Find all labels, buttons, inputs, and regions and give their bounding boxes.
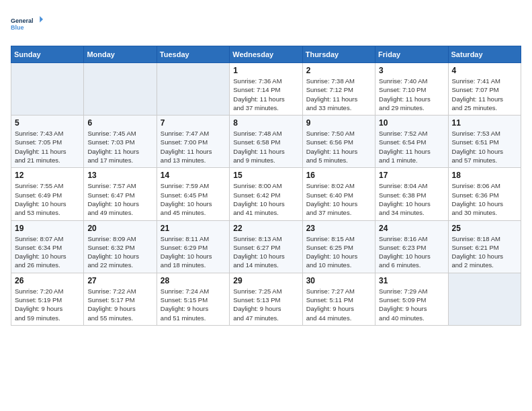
day-info: Sunrise: 7:57 AM Sunset: 6:47 PM Dayligh… bbox=[87, 181, 152, 217]
logo: General Blue bbox=[11, 11, 43, 38]
day-number: 8 bbox=[233, 118, 298, 128]
day-number: 2 bbox=[306, 66, 371, 75]
calendar-cell: 27Sunrise: 7:22 AM Sunset: 5:17 PM Dayli… bbox=[84, 273, 157, 325]
day-number: 19 bbox=[15, 224, 80, 233]
day-info: Sunrise: 7:22 AM Sunset: 5:17 PM Dayligh… bbox=[87, 287, 152, 322]
day-number: 11 bbox=[452, 118, 517, 128]
day-info: Sunrise: 8:06 AM Sunset: 6:36 PM Dayligh… bbox=[452, 181, 517, 217]
day-number: 27 bbox=[87, 276, 152, 285]
calendar-cell: 26Sunrise: 7:20 AM Sunset: 5:19 PM Dayli… bbox=[11, 273, 84, 325]
calendar-cell bbox=[448, 273, 521, 325]
calendar-cell: 22Sunrise: 8:13 AM Sunset: 6:27 PM Dayli… bbox=[230, 220, 302, 273]
calendar-cell: 25Sunrise: 8:18 AM Sunset: 6:21 PM Dayli… bbox=[448, 220, 521, 273]
calendar-cell: 1Sunrise: 7:36 AM Sunset: 7:14 PM Daylig… bbox=[230, 63, 302, 116]
day-number: 20 bbox=[87, 224, 152, 233]
calendar-cell: 24Sunrise: 8:16 AM Sunset: 6:23 PM Dayli… bbox=[375, 220, 448, 273]
day-info: Sunrise: 7:29 AM Sunset: 5:09 PM Dayligh… bbox=[379, 287, 444, 322]
calendar-cell: 5Sunrise: 7:43 AM Sunset: 7:05 PM Daylig… bbox=[11, 116, 84, 168]
day-number: 3 bbox=[379, 66, 444, 75]
day-info: Sunrise: 7:43 AM Sunset: 7:05 PM Dayligh… bbox=[15, 129, 80, 165]
day-number: 9 bbox=[306, 118, 371, 128]
calendar-cell bbox=[157, 63, 229, 116]
calendar-cell: 4Sunrise: 7:41 AM Sunset: 7:07 PM Daylig… bbox=[448, 63, 521, 116]
day-number: 6 bbox=[87, 118, 152, 128]
calendar-cell: 23Sunrise: 8:15 AM Sunset: 6:25 PM Dayli… bbox=[302, 220, 375, 273]
calendar-cell: 6Sunrise: 7:45 AM Sunset: 7:03 PM Daylig… bbox=[84, 116, 157, 168]
day-info: Sunrise: 7:20 AM Sunset: 5:19 PM Dayligh… bbox=[15, 287, 80, 322]
day-number: 14 bbox=[161, 171, 226, 180]
day-number: 22 bbox=[233, 224, 298, 233]
calendar-cell: 12Sunrise: 7:55 AM Sunset: 6:49 PM Dayli… bbox=[11, 168, 84, 220]
day-info: Sunrise: 8:00 AM Sunset: 6:42 PM Dayligh… bbox=[233, 181, 298, 217]
day-number: 18 bbox=[452, 171, 517, 180]
calendar-cell: 15Sunrise: 8:00 AM Sunset: 6:42 PM Dayli… bbox=[230, 168, 302, 220]
svg-marker-1 bbox=[40, 16, 43, 23]
day-info: Sunrise: 7:55 AM Sunset: 6:49 PM Dayligh… bbox=[15, 181, 80, 217]
weekday-header-tuesday: Tuesday bbox=[157, 46, 229, 63]
calendar-cell: 10Sunrise: 7:52 AM Sunset: 6:54 PM Dayli… bbox=[375, 116, 448, 168]
calendar-cell: 20Sunrise: 8:09 AM Sunset: 6:32 PM Dayli… bbox=[84, 220, 157, 273]
calendar-cell: 11Sunrise: 7:53 AM Sunset: 6:51 PM Dayli… bbox=[448, 116, 521, 168]
day-number: 1 bbox=[233, 66, 298, 75]
weekday-header-sunday: Sunday bbox=[11, 46, 84, 63]
day-number: 4 bbox=[452, 66, 517, 75]
calendar-cell: 21Sunrise: 8:11 AM Sunset: 6:29 PM Dayli… bbox=[157, 220, 229, 273]
day-info: Sunrise: 7:59 AM Sunset: 6:45 PM Dayligh… bbox=[161, 181, 226, 217]
day-number: 28 bbox=[161, 276, 226, 285]
day-number: 21 bbox=[161, 224, 226, 233]
day-info: Sunrise: 7:47 AM Sunset: 7:00 PM Dayligh… bbox=[161, 129, 226, 165]
calendar-cell: 18Sunrise: 8:06 AM Sunset: 6:36 PM Dayli… bbox=[448, 168, 521, 220]
day-info: Sunrise: 8:18 AM Sunset: 6:21 PM Dayligh… bbox=[452, 234, 517, 270]
day-info: Sunrise: 7:36 AM Sunset: 7:14 PM Dayligh… bbox=[233, 77, 298, 112]
calendar-cell bbox=[84, 63, 157, 116]
day-number: 5 bbox=[15, 118, 80, 128]
weekday-header-wednesday: Wednesday bbox=[230, 46, 302, 63]
day-info: Sunrise: 8:07 AM Sunset: 6:34 PM Dayligh… bbox=[15, 234, 80, 270]
day-info: Sunrise: 7:40 AM Sunset: 7:10 PM Dayligh… bbox=[379, 77, 444, 112]
day-info: Sunrise: 8:11 AM Sunset: 6:29 PM Dayligh… bbox=[161, 234, 226, 270]
calendar-cell: 28Sunrise: 7:24 AM Sunset: 5:15 PM Dayli… bbox=[157, 273, 229, 325]
weekday-header-thursday: Thursday bbox=[302, 46, 375, 63]
calendar-cell: 31Sunrise: 7:29 AM Sunset: 5:09 PM Dayli… bbox=[375, 273, 448, 325]
page-header: General Blue bbox=[11, 11, 521, 38]
day-number: 23 bbox=[306, 224, 371, 233]
day-info: Sunrise: 7:24 AM Sunset: 5:15 PM Dayligh… bbox=[161, 287, 226, 322]
day-info: Sunrise: 7:38 AM Sunset: 7:12 PM Dayligh… bbox=[306, 77, 371, 112]
day-number: 29 bbox=[233, 276, 298, 285]
day-number: 30 bbox=[306, 276, 371, 285]
calendar-cell: 13Sunrise: 7:57 AM Sunset: 6:47 PM Dayli… bbox=[84, 168, 157, 220]
calendar-cell bbox=[11, 63, 84, 116]
day-number: 25 bbox=[452, 224, 517, 233]
day-info: Sunrise: 8:02 AM Sunset: 6:40 PM Dayligh… bbox=[306, 181, 371, 217]
svg-text:General: General bbox=[11, 17, 34, 24]
day-info: Sunrise: 7:45 AM Sunset: 7:03 PM Dayligh… bbox=[87, 129, 152, 165]
svg-text:Blue: Blue bbox=[11, 24, 24, 31]
calendar-cell: 14Sunrise: 7:59 AM Sunset: 6:45 PM Dayli… bbox=[157, 168, 229, 220]
day-number: 10 bbox=[379, 118, 444, 128]
day-info: Sunrise: 8:16 AM Sunset: 6:23 PM Dayligh… bbox=[379, 234, 444, 270]
calendar-cell: 30Sunrise: 7:27 AM Sunset: 5:11 PM Dayli… bbox=[302, 273, 375, 325]
day-info: Sunrise: 7:25 AM Sunset: 5:13 PM Dayligh… bbox=[233, 287, 298, 322]
day-info: Sunrise: 7:50 AM Sunset: 6:56 PM Dayligh… bbox=[306, 129, 371, 165]
day-info: Sunrise: 7:48 AM Sunset: 6:58 PM Dayligh… bbox=[233, 129, 298, 165]
day-number: 26 bbox=[15, 276, 80, 285]
weekday-header-monday: Monday bbox=[84, 46, 157, 63]
calendar-cell: 8Sunrise: 7:48 AM Sunset: 6:58 PM Daylig… bbox=[230, 116, 302, 168]
day-info: Sunrise: 7:27 AM Sunset: 5:11 PM Dayligh… bbox=[306, 287, 371, 322]
day-info: Sunrise: 8:13 AM Sunset: 6:27 PM Dayligh… bbox=[233, 234, 298, 270]
day-number: 17 bbox=[379, 171, 444, 180]
day-info: Sunrise: 8:15 AM Sunset: 6:25 PM Dayligh… bbox=[306, 234, 371, 270]
day-info: Sunrise: 8:09 AM Sunset: 6:32 PM Dayligh… bbox=[87, 234, 152, 270]
day-number: 13 bbox=[87, 171, 152, 180]
logo-svg: General Blue bbox=[11, 11, 43, 38]
calendar-cell: 2Sunrise: 7:38 AM Sunset: 7:12 PM Daylig… bbox=[302, 63, 375, 116]
weekday-header-saturday: Saturday bbox=[448, 46, 521, 63]
calendar-cell: 29Sunrise: 7:25 AM Sunset: 5:13 PM Dayli… bbox=[230, 273, 302, 325]
day-info: Sunrise: 7:41 AM Sunset: 7:07 PM Dayligh… bbox=[452, 77, 517, 112]
day-number: 16 bbox=[306, 171, 371, 180]
calendar-cell: 17Sunrise: 8:04 AM Sunset: 6:38 PM Dayli… bbox=[375, 168, 448, 220]
day-number: 24 bbox=[379, 224, 444, 233]
day-number: 12 bbox=[15, 171, 80, 180]
day-info: Sunrise: 7:53 AM Sunset: 6:51 PM Dayligh… bbox=[452, 129, 517, 165]
calendar-cell: 19Sunrise: 8:07 AM Sunset: 6:34 PM Dayli… bbox=[11, 220, 84, 273]
